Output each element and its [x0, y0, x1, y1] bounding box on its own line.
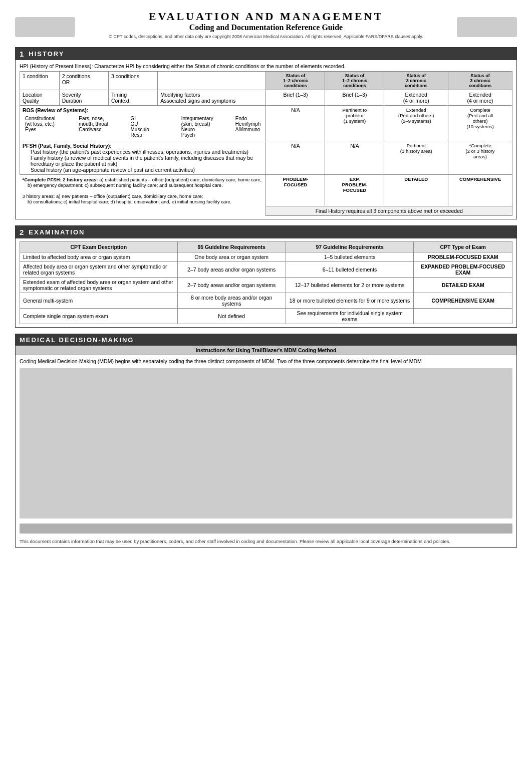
exam-95-1: One body area or organ system — [177, 252, 286, 262]
hpi-col4 — [158, 72, 266, 90]
main-title: EVALUATION AND MANAGEMENT — [109, 10, 423, 23]
extended-2: Extended(4 or more) — [448, 90, 512, 106]
ros-label: ROS (Review of Systems): — [23, 107, 263, 113]
section-title-history: HISTORY — [29, 50, 64, 58]
ros-ears: Ears, nose,mouth, throatCard/vasc — [76, 114, 128, 139]
hpi-intro: HPI (History of Present Illness): Charac… — [20, 63, 512, 69]
exam-97-5: See requirements for individual single s… — [286, 308, 414, 324]
exam-table: CPT Exam Description 95 Guideline Requir… — [20, 241, 512, 324]
page-header: EVALUATION AND MANAGEMENT Coding and Doc… — [109, 10, 423, 39]
exam-type-2: EXPANDED PROBLEM-FOCUSED EXAM — [414, 262, 512, 277]
exam-type-5 — [414, 308, 512, 324]
hpi-elements-row2: LocationQuality SeverityDuration TimingC… — [20, 90, 512, 106]
status-col-header-1: Status of1–2 chronicconditions — [266, 72, 325, 90]
ros-integumentary: Integumentary(skin, breast)NeuroPsych — [179, 114, 233, 139]
section-examination: 2 EXAMINATION CPT Exam Description 95 Gu… — [15, 225, 517, 328]
exam-row-1: Limited to affected body area or organ s… — [20, 252, 512, 262]
pfsh-family: Family history (a review of medical even… — [23, 155, 263, 167]
exam-row-3: Extended exam of affected body area or o… — [20, 277, 512, 293]
ros-extended: Extended(Pert and others)(2–9 systems) — [384, 106, 448, 141]
hpi-elements-row: 1 condition 2 conditionsOR 3 conditions … — [20, 72, 512, 90]
section-header-history: 1 HISTORY — [16, 48, 516, 60]
status-col-header-3: Status of3 chronicconditions — [384, 72, 448, 90]
ros-inner-table: Constitutional(wt loss, etc.)Eyes Ears, … — [23, 114, 263, 139]
hpi-timing: TimingContext — [108, 90, 157, 106]
hpi-modifying: Modifying factorsAssociated signs and sy… — [158, 90, 266, 106]
exam-th-97: 97 Guideline Requirements — [286, 241, 414, 252]
exam-97-2: 6–11 bulleted elements — [286, 262, 414, 277]
ros-complete: Complete(Pert and allothers)(10 systems) — [448, 106, 512, 141]
pfsh-na2: N/A — [325, 141, 384, 175]
hpi-col1: 1 condition — [20, 72, 60, 90]
ros-gi: GIGUMusculoResp — [128, 114, 179, 139]
exam-row-5: Complete single organ system exam Not de… — [20, 308, 512, 324]
hpi-location: LocationQuality — [20, 90, 60, 106]
section-header-exam: 2 EXAMINATION — [16, 226, 516, 238]
mdm-subtitle: Instructions for Using TrailBlazer's MDM… — [16, 346, 516, 355]
copyright: © CPT codes, descriptions, and other dat… — [109, 34, 423, 39]
section-history: 1 HISTORY HPI (History of Present Illnes… — [15, 47, 517, 219]
status-col-header-2: Status of1–2 chronicconditions — [325, 72, 384, 90]
exam-95-3: 2–7 body areas and/or organ systems — [177, 277, 286, 293]
left-logo — [15, 17, 75, 37]
final-history-spacer — [20, 206, 266, 215]
brief-2: Brief (1–3) — [325, 90, 384, 106]
exam-row-2: Affected body area or organ system and o… — [20, 262, 512, 277]
status-col-header-4: Status of3 chronicconditions — [448, 72, 512, 90]
exam-desc-4: General multi-system — [20, 293, 178, 308]
exam-97-4: 18 or more bulleted elements for 9 or mo… — [286, 293, 414, 308]
pfsh-pertinent: Pertinent(1 history area) — [384, 141, 448, 175]
exam-95-4: 8 or more body areas and/or organ system… — [177, 293, 286, 308]
exam-th-95: 95 Guideline Requirements — [177, 241, 286, 252]
brief-1: Brief (1–3) — [266, 90, 325, 106]
hpi-severity: SeverityDuration — [59, 90, 108, 106]
level-comprehensive: COMPREHENSIVE — [448, 175, 512, 206]
level-detailed: DETAILED — [384, 175, 448, 206]
exam-97-1: 1–5 bulleted elements — [286, 252, 414, 262]
exam-type-1: PROBLEM-FOCUSED EXAM — [414, 252, 512, 262]
pfsh-complete: *Complete(2 or 3 historyareas) — [448, 141, 512, 175]
section-num-history: 1 — [20, 50, 25, 58]
ros-constitutional: Constitutional(wt loss, etc.)Eyes — [23, 114, 76, 139]
complete-pfsh-row: *Complete PFSH: 2 history areas: a) esta… — [20, 175, 512, 206]
pfsh-note-bold: *Complete PFSH: 2 history areas: — [23, 177, 98, 182]
level-epf: EXP.PROBLEM-FOCUSED — [325, 175, 384, 206]
exam-desc-5: Complete single organ system exam — [20, 308, 178, 324]
hpi-col3: 3 conditions — [108, 72, 157, 90]
ros-label-cell: ROS (Review of Systems): Constitutional(… — [20, 106, 266, 141]
pfsh-past: Past history (the patient's past experie… — [23, 149, 263, 155]
exam-desc-2: Affected body area or organ system and o… — [20, 262, 178, 277]
pfsh-label-cell: PFSH (Past, Family, Social History): Pas… — [20, 141, 266, 175]
section-title-exam: EXAMINATION — [29, 228, 85, 236]
right-logo — [457, 17, 517, 37]
complete-pfsh-note: *Complete PFSH: 2 history areas: a) esta… — [20, 175, 266, 206]
logo-row: EVALUATION AND MANAGEMENT Coding and Doc… — [15, 10, 517, 44]
section-content-exam: CPT Exam Description 95 Guideline Requir… — [16, 238, 516, 327]
level-pf: PROBLEM-FOCUSED — [266, 175, 325, 206]
mdm-image-placeholder — [20, 368, 512, 518]
mdm-content: Coding Medical Decision-Making (MDM) beg… — [16, 355, 516, 522]
mdm-footer-placeholder — [20, 524, 512, 534]
exam-row-4: General multi-system 8 or more body area… — [20, 293, 512, 308]
exam-95-5: Not defined — [177, 308, 286, 324]
pfsh-na: N/A — [266, 141, 325, 175]
sub-title: Coding and Documentation Reference Guide — [109, 23, 423, 32]
pfsh-label: PFSH (Past, Family, Social History): — [23, 143, 263, 149]
history-main-table: 1 condition 2 conditionsOR 3 conditions … — [20, 71, 512, 216]
mdm-footer-text: This document contains information that … — [16, 536, 516, 547]
extended-1: Extended(4 or more) — [384, 90, 448, 106]
exam-header-row: CPT Exam Description 95 Guideline Requir… — [20, 241, 512, 252]
final-history-note: Final History requires all 3 components … — [266, 206, 512, 215]
exam-desc-1: Limited to affected body area or organ s… — [20, 252, 178, 262]
exam-type-3: DETAILED EXAM — [414, 277, 512, 293]
section-content-history: HPI (History of Present Illness): Charac… — [16, 60, 516, 219]
hpi-col2: 2 conditionsOR — [59, 72, 108, 90]
ros-pertinent: Pertinent toproblem(1 system) — [325, 106, 384, 141]
section-header-mdm: MEDICAL DECISION-MAKING — [16, 334, 516, 346]
ros-inner-row: Constitutional(wt loss, etc.)Eyes Ears, … — [23, 114, 263, 139]
exam-th-type: CPT Type of Exam — [414, 241, 512, 252]
ros-na: N/A — [266, 106, 325, 141]
final-history-row: Final History requires all 3 components … — [20, 206, 512, 215]
section-title-mdm: MEDICAL DECISION-MAKING — [20, 336, 134, 344]
pfsh-social: Social history (an age-appropriate revie… — [23, 167, 263, 173]
